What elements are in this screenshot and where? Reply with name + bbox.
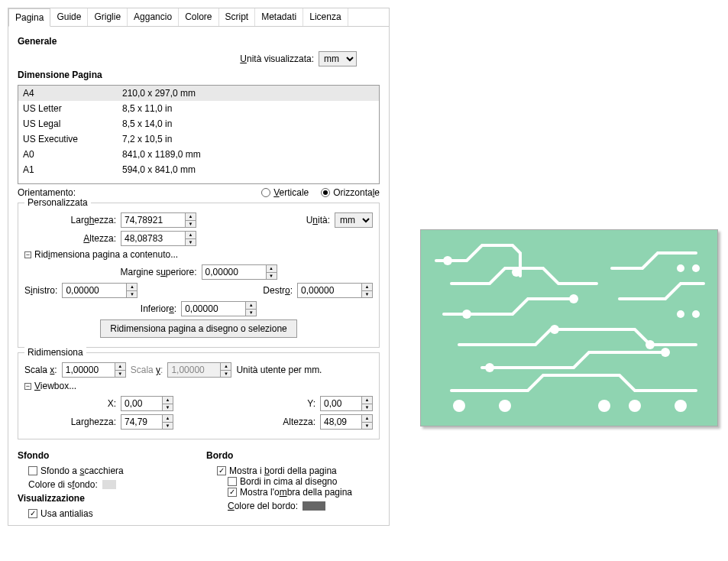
viewbox-expander[interactable]: −Viewbox... — [24, 381, 373, 391]
tab-script[interactable]: Script — [219, 8, 256, 26]
viewbox-h-label: Altezza: — [283, 417, 315, 427]
page-size-title: Dimensione Pagina — [18, 70, 380, 80]
tab-content: Generale UUnità visualizzata:nità visual… — [8, 27, 389, 525]
height-input[interactable]: ▲▼ — [121, 231, 196, 246]
page-size-list[interactable]: A4210,0 x 297,0 mm US Letter8,5 x 11,0 i… — [18, 85, 380, 184]
viewbox-x-input[interactable]: ▲▼ — [121, 396, 173, 411]
height-label: Altezza: — [24, 233, 116, 244]
svg-point-6 — [485, 363, 494, 372]
list-item[interactable]: A1594,0 x 841,0 mm — [18, 162, 379, 177]
canvas-preview — [420, 229, 718, 526]
orientation-horizontal-radio[interactable]: Orizzontale — [321, 187, 380, 198]
viewbox-y-label: Y: — [307, 398, 315, 409]
list-item[interactable]: US Executive7,2 x 10,5 in — [18, 131, 379, 147]
svg-point-13 — [677, 264, 684, 272]
margin-right-label: Destro: — [263, 285, 293, 296]
margin-bottom-label: Inferiore: — [141, 303, 176, 314]
svg-point-15 — [677, 310, 684, 318]
display-title: Visualizzazione — [18, 493, 191, 504]
width-input[interactable]: ▲▼ — [121, 212, 196, 228]
border-title: Bordo — [206, 450, 380, 461]
margin-bottom-input[interactable]: ▲▼ — [181, 301, 257, 316]
scale-x-label: Scala x: — [24, 365, 57, 375]
antialias-check[interactable]: ✓Usa antialias — [28, 508, 191, 519]
orientation-label: Orientamento: — [18, 187, 76, 198]
margin-top-label: Margine superiore: — [120, 267, 196, 277]
svg-point-8 — [453, 400, 465, 412]
list-item[interactable]: A0841,0 x 1189,0 mm — [18, 147, 379, 162]
unit-display-select[interactable]: mm — [319, 51, 357, 66]
scale-legend: Ridimensiona — [24, 347, 86, 358]
svg-point-7 — [661, 348, 670, 357]
svg-point-11 — [629, 400, 641, 412]
margin-right-input[interactable]: ▲▼ — [297, 283, 373, 298]
list-item[interactable]: US Letter8,5 x 11,0 in — [18, 101, 379, 116]
viewbox-x-label: X: — [24, 398, 116, 409]
list-item[interactable]: A4210,0 x 297,0 mm — [18, 86, 379, 101]
bg-title: Sfondo — [18, 450, 191, 461]
scale-x-input[interactable]: ▲▼ — [62, 362, 126, 378]
checkerboard-check[interactable]: Sfondo a scacchiera — [28, 465, 191, 476]
tab-metadati[interactable]: Metadati — [255, 8, 303, 26]
margin-left-label: Sinistro: — [24, 285, 57, 296]
resize-to-drawing-button[interactable]: Ridimensiona pagina a disegno o selezion… — [100, 319, 297, 338]
svg-point-5 — [645, 340, 655, 349]
tab-guide[interactable]: Guide — [50, 8, 88, 26]
scale-group: Ridimensiona Scala x: ▲▼ Scala y: ▲▼ Uni… — [18, 352, 380, 439]
show-shadow-check[interactable]: ✓Mostra l'ombra della pagina — [228, 487, 380, 498]
svg-point-4 — [550, 325, 559, 334]
scale-unit-label: Unità utente per mm. — [236, 365, 322, 375]
general-title: Generale — [18, 36, 380, 47]
custom-legend: Personalizzata — [24, 197, 91, 208]
svg-point-0 — [443, 256, 452, 265]
tab-griglie[interactable]: Griglie — [88, 8, 128, 26]
pcb-preview — [420, 229, 718, 426]
svg-point-1 — [512, 268, 521, 277]
scale-y-input: ▲▼ — [167, 362, 231, 378]
tab-colore[interactable]: Colore — [179, 8, 218, 26]
tab-aggancio[interactable]: Aggancio — [128, 8, 179, 26]
svg-point-12 — [675, 400, 687, 412]
unit-display-label: UUnità visualizzata:nità visualizzata: — [240, 54, 314, 64]
width-label: Larghezza: — [24, 215, 116, 225]
resize-to-content-expander[interactable]: −Ridimensiona pagina a contenuto... — [24, 249, 373, 260]
svg-point-2 — [569, 294, 578, 303]
viewbox-w-label: Larghezza: — [24, 417, 116, 427]
svg-point-9 — [499, 400, 511, 412]
list-item[interactable]: US Legal8,5 x 14,0 in — [18, 116, 379, 131]
scale-y-label: Scala y: — [131, 365, 163, 375]
svg-point-10 — [598, 400, 610, 412]
svg-point-14 — [692, 264, 700, 272]
custom-size-group: Personalizzata Larghezza: ▲▼ Unità: mm A… — [18, 203, 380, 348]
border-on-top-check[interactable]: Bordi in cima al disegno — [228, 476, 380, 487]
custom-unit-label: Unità: — [306, 215, 330, 225]
viewbox-y-input[interactable]: ▲▼ — [320, 396, 373, 411]
pcb-traces — [421, 230, 718, 426]
tab-bar: Pagina Guide Griglie Aggancio Colore Scr… — [8, 8, 389, 27]
viewbox-h-input[interactable]: ▲▼ — [320, 414, 373, 430]
viewbox-w-input[interactable]: ▲▼ — [121, 414, 173, 430]
margin-top-input[interactable]: ▲▼ — [202, 264, 277, 280]
orientation-vertical-radio[interactable]: Verticale — [261, 187, 309, 198]
margin-left-input[interactable]: ▲▼ — [62, 283, 138, 298]
custom-unit-select[interactable]: mm — [335, 212, 373, 228]
tab-pagina[interactable]: Pagina — [8, 8, 50, 27]
show-border-check[interactable]: ✓Mostra i bordi della pagina — [217, 465, 380, 476]
svg-point-16 — [692, 310, 700, 318]
svg-point-3 — [462, 310, 471, 319]
properties-panel: Pagina Guide Griglie Aggancio Colore Scr… — [8, 8, 390, 526]
tab-licenza[interactable]: Licenza — [303, 8, 348, 26]
bg-color-swatch[interactable] — [102, 480, 116, 489]
bg-color-label: Colore di sfondo: — [28, 479, 98, 490]
border-color-swatch[interactable] — [303, 501, 325, 511]
border-color-label: Colore del bordo: — [228, 501, 298, 511]
